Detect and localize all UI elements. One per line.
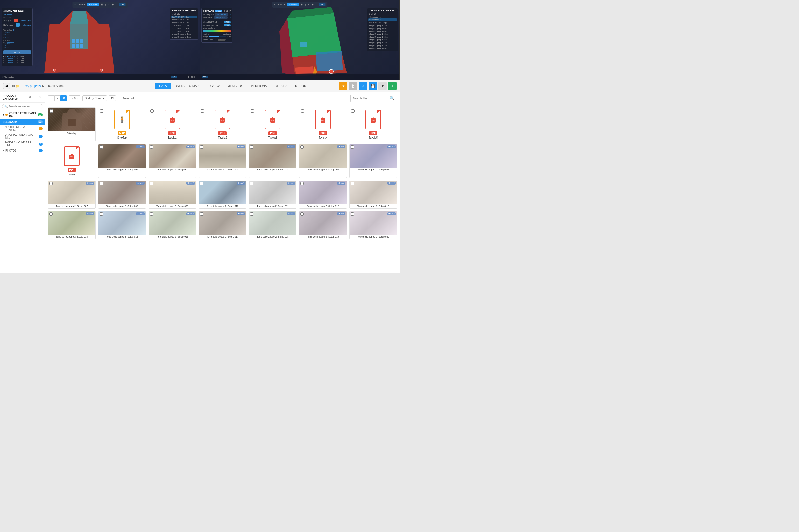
project-root-item[interactable]: ▾ ZOPPI'S TOWER AND RA... 60 [0,111,45,119]
3d-view-btn-right[interactable]: 3D View [287,3,299,6]
file-item-tavola5[interactable]: PDF PDF Tavola5 [349,108,397,141]
file-item-pano-015[interactable]: 👁360° Torre dello zoppo 2- Setup 015 [98,211,146,239]
file-item-pano-014[interactable]: 👁360° Torre dello zoppo 2- Setup 014 [48,211,96,239]
file-item-pano-004[interactable]: 👁 360° Torre dello zoppo 2- Setup 004 [249,144,296,178]
checkbox-pano-001[interactable] [99,145,103,149]
re-comparison1[interactable]: Comparison 1 [368,16,397,18]
checkbox-pano-004[interactable] [250,145,254,149]
file-item-sitemap-pdf[interactable]: 🧍 MAP SiteMap [98,108,146,141]
toolbar-icon-grid-right[interactable]: ⊞ [300,2,303,7]
re-chapel-r5[interactable]: chapel 7 group 1 - Se... [368,36,397,38]
toolbar-icon-dot-left[interactable]: • [108,3,110,7]
checkbox-pano-008[interactable] [99,182,103,185]
grid-view-btn[interactable]: ⊞ [60,95,67,101]
sidebar-icon-close[interactable]: ✕ [38,95,42,99]
file-item-pano-018[interactable]: 👁360° Torre dello zoppo 2- Setup 018 [249,211,296,239]
resource-item-chapel4[interactable]: chapel 7 group 1 - Se... [171,27,197,30]
checkbox-pano-012[interactable] [300,182,304,185]
resource-item-chapel5[interactable]: chapel 7 group 1 - Se... [171,30,197,33]
file-item-pano-006[interactable]: 👁 360° Torre dello zoppo 2- Setup 006 [349,144,397,178]
flat-diff-toggle[interactable]: ON [224,24,231,26]
workzone-search-input[interactable] [8,105,41,108]
checkbox-tavola1[interactable] [150,109,154,113]
visual-trace-toggle[interactable]: OFF [218,39,226,41]
share-button[interactable]: ⊕ [359,82,367,90]
toolbar-icon-plus-right[interactable]: ⊕ [311,2,314,7]
checkbox-tavola2[interactable] [201,109,204,113]
apply-button[interactable]: APPLY [3,50,31,54]
checkbox-pano-003[interactable] [200,145,203,149]
resource-item-chapel7[interactable]: chapel 7 group 1 - Se... [171,36,197,38]
visual-diff-toggle[interactable]: ON [224,21,231,23]
file-item-pano-002[interactable]: 👁 360° Torre dello zoppo 2- Setup 002 [149,144,196,178]
checkbox-tavola4[interactable] [301,109,304,113]
checkbox-pano-017[interactable] [200,212,203,216]
tab-3d-view[interactable]: 3D VIEW [203,83,223,89]
sidebar-icon-settings[interactable]: ☰ [33,95,37,99]
search-files-input[interactable] [353,97,389,100]
resource-item-capt04[interactable]: CAPT_04-EXP - Cop... [171,16,197,18]
star-button[interactable]: ★ [339,82,347,90]
search-files-box[interactable]: 🔍 [350,95,397,102]
tab-overview-map[interactable]: OVERVIEW MAP [171,83,203,89]
select-all-label[interactable]: Select all [118,97,134,100]
checkbox-pano-007[interactable] [49,182,53,185]
re-chapel-r6[interactable]: chapel 7 group 1 - Se... [368,38,397,41]
my-projects-link[interactable]: My projects [25,84,41,88]
re-chapel-r2[interactable]: chapel 7 group 1 - Se... [368,27,397,30]
checkbox-pano-018[interactable] [250,212,254,216]
select-all-checkbox[interactable] [118,97,121,100]
sort-btn[interactable]: Sort by Name ▾ [82,95,107,101]
resource-item-chapel2[interactable]: chapel 7 group 1 - Se... [171,21,197,24]
toolbar-icon-arrow-right[interactable]: ↑ [304,3,307,7]
toolbar-icon-grid-left[interactable]: ⊞ [100,2,104,7]
right-3d-viewer[interactable]: Scan Mode 3D View ⊞ ↑ • ⊕ ≡ VR COMPARE m… [200,0,400,80]
resource-item-ct257[interactable]: ▸ CT_257 [171,13,197,16]
trash-button[interactable]: 🗑 [349,82,357,90]
left-3d-viewer[interactable]: Scan Mode 3D View ⊞ ↑ • ⊕ ≡ VR ALIGNMENT… [0,0,200,80]
checkbox-pano-005[interactable] [300,145,304,149]
tab-details[interactable]: DETAILS [271,83,291,89]
version-btn[interactable]: V 0 ▾ [69,95,80,101]
more-button[interactable]: ▾ [378,82,387,90]
checkbox-pano-011[interactable] [250,182,254,185]
3d-view-btn-left[interactable]: 3D View [87,3,99,6]
file-item-pano-016[interactable]: 👁360° Torre dello zoppo 2- Setup 016 [149,211,196,239]
checkbox-tavola5[interactable] [351,109,355,113]
file-item-pano-003[interactable]: 👁 360° Torre dello zoppo 2- Setup 003 [199,144,246,178]
vr-btn-left[interactable]: VR [119,3,126,6]
file-item-pano-019[interactable]: 👁360° Torre dello zoppo 2- Setup 019 [299,211,347,239]
checkbox-pano-019[interactable] [300,212,304,216]
file-item-pano-009[interactable]: 👁360° Torre dello zoppo 2- Setup 009 [149,180,196,209]
re-ct257[interactable]: ▸ CT_257 [368,13,397,16]
checkbox-pano-020[interactable] [351,212,354,216]
file-item-pano-017[interactable]: 👁360° Torre dello zoppo 2- Setup 017 [199,211,246,239]
checkbox-pano-015[interactable] [99,212,103,216]
file-item-pano-008[interactable]: 👁360° Torre dello zoppo 2- Setup 008 [98,180,146,209]
file-item-pano-001[interactable]: 👁 360° Torre dello zoppo 2- Setup 001 [98,144,146,178]
file-item-pano-007[interactable]: 👁360° Torre dello zoppo 2- Setup 007 [48,180,96,209]
checkbox-pano-014[interactable] [49,212,53,216]
detail-view-btn[interactable]: ≡ [55,95,60,101]
filter-btn[interactable]: ⊟ [109,95,116,101]
resource-item-chapel1[interactable]: chapel 7 group 1 - Se... [171,18,197,21]
all-scans-item[interactable]: ALL SCANS 60 [0,119,45,125]
re-comparison2[interactable]: Comparison 2 [368,18,397,21]
add-button[interactable]: + [388,82,396,90]
file-item-pano-005[interactable]: 👁 360° Torre dello zoppo 2- Setup 005 [299,144,347,178]
re-chapel-r8[interactable]: chapel 7 group 1 - Se... [368,44,397,47]
checkbox-pano-006[interactable] [351,145,354,149]
toolbar-icon-menu-left[interactable]: ≡ [115,3,118,7]
resource-item-chapel3[interactable]: chapel 7 group 1 - Se... [171,24,197,27]
workzone-search-box[interactable]: 🔍 [2,104,43,109]
file-item-pano-020[interactable]: 👁360° Torre dello zoppo 2- Setup 020 [349,211,397,239]
file-item-tavola3[interactable]: PDF PDF Tavola3 [249,108,296,141]
file-item-sitemap-img[interactable]: SiteMap [48,108,96,141]
file-item-tavola6[interactable]: PDF PDF Tavola6 [48,144,96,178]
tab-data[interactable]: DATA [155,83,170,89]
toolbar-icon-dot-right[interactable]: • [308,3,310,7]
tab-members[interactable]: MEMBERS [224,83,247,89]
re-capt04-copy[interactable]: CAPT_04-EXP - Copy [368,21,397,24]
checkbox-pano-010[interactable] [200,182,203,185]
vr-btn-right[interactable]: VR [319,3,326,6]
